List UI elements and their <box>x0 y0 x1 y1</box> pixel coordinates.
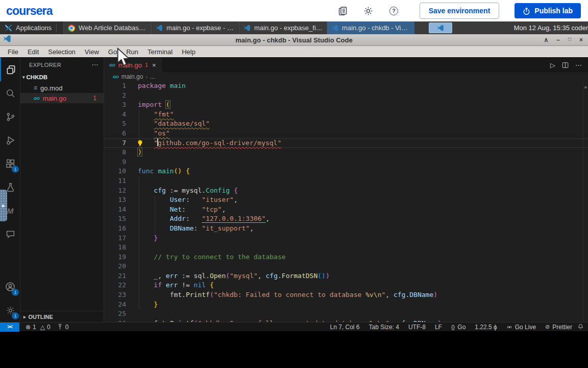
save-environment-button[interactable]: Save environment <box>420 3 500 19</box>
pinned-vscode-button[interactable] <box>429 22 452 33</box>
status-item-tab-size-4[interactable]: Tab Size: 4 <box>369 324 399 331</box>
run-code-icon[interactable]: ▷ <box>550 61 555 69</box>
problems-indicator[interactable]: ⊗ 1 △ 0 <box>26 324 51 331</box>
explorer-icon[interactable] <box>0 58 20 81</box>
code-line-4[interactable]: 4 "fmt" <box>104 110 588 120</box>
code-line-15[interactable]: 15 Addr: "127.0.0.1:3306", <box>104 214 588 224</box>
code-token: () <box>174 167 182 175</box>
more-actions-icon[interactable]: ⋯ <box>575 61 582 69</box>
menu-help[interactable]: Help <box>177 47 200 57</box>
code-token: "database/sql" <box>154 120 210 127</box>
status-item-go[interactable]: {}Go <box>451 324 465 331</box>
menu-view[interactable]: View <box>80 47 104 57</box>
menu-selection[interactable]: Selection <box>43 47 80 57</box>
tab-main-go[interactable]: GO main.go 1 × <box>104 58 162 72</box>
menu-go[interactable]: Go <box>104 47 121 57</box>
maximize-button[interactable]: □ <box>568 37 571 43</box>
taskbar-window-2[interactable]: main.go - expbase_finis... <box>239 21 327 34</box>
warning-icon: △ <box>40 324 45 331</box>
comments-icon[interactable] <box>0 222 20 246</box>
code-line-20[interactable]: 20 <box>104 262 588 271</box>
code-line-14[interactable]: 14 Net: "tcp", <box>104 205 588 215</box>
extensions-icon[interactable]: 1 <box>0 152 20 175</box>
status-item-lf[interactable]: LF <box>435 324 442 331</box>
code-line-19[interactable]: 19 // try to connect to the database <box>104 252 588 262</box>
code-line-23[interactable]: 23 fmt.Printf("chkdb: Failed to connect … <box>104 290 588 300</box>
expand-arrow-icon: ▶ <box>2 203 5 208</box>
status-item-ln-7-col-6[interactable]: Ln 7, Col 6 <box>330 324 360 331</box>
code-line-2[interactable]: 2 <box>104 91 588 101</box>
code-token: ) <box>138 148 142 156</box>
remote-indicator[interactable]: >< <box>0 323 19 332</box>
help-icon[interactable]: ? <box>389 6 399 16</box>
code-line-21[interactable]: 21 _, err := sql.Open("mysql", cfg.Forma… <box>104 271 588 281</box>
menu-file[interactable]: File <box>3 47 23 57</box>
code-line-1[interactable]: 1package main <box>104 81 588 91</box>
code-token: . <box>182 291 186 298</box>
editor-scrollbar[interactable] <box>583 81 588 322</box>
taskbar-window-3[interactable]: main.go - chkdb - Visual... <box>327 21 414 34</box>
code-line-8[interactable]: 8) <box>104 148 588 157</box>
code-line-25[interactable]: 25 <box>104 309 588 319</box>
code-line-9[interactable]: 9 <box>104 157 588 167</box>
menu-terminal[interactable]: Terminal <box>143 47 177 57</box>
file-go-mod[interactable]: ≡ go.mod <box>20 83 104 93</box>
status-item-go-live[interactable]: Go Live <box>506 324 536 331</box>
lab-panel-handle[interactable]: ▶ <box>0 190 7 221</box>
explorer-more-actions[interactable]: ⋯ <box>92 61 99 68</box>
taskbar-grip <box>56 24 59 32</box>
menu-edit[interactable]: Edit <box>23 47 43 57</box>
outline-section[interactable]: ▸ OUTLINE <box>20 311 104 322</box>
code-line-16[interactable]: 16 DBName: "it_support", <box>104 224 588 234</box>
code-line-13[interactable]: 13 User: "ituser", <box>104 195 588 205</box>
close-button[interactable]: × <box>579 37 583 43</box>
code-line-6[interactable]: 6 "os" <box>104 129 588 139</box>
tab-problem-badge: 1 <box>145 62 148 68</box>
problem-count-badge: 1 <box>93 95 96 102</box>
clipboard-icon[interactable] <box>338 6 348 16</box>
status-item-utf-8[interactable]: UTF-8 <box>408 324 426 331</box>
code-line-22[interactable]: 22 if err != nil { <box>104 281 588 290</box>
menu-run[interactable]: Run <box>121 47 143 57</box>
account-icon[interactable]: 1 <box>0 275 20 298</box>
tab-close-icon[interactable]: × <box>152 61 156 69</box>
file-main-go[interactable]: GO main.go 1 <box>20 93 104 103</box>
applications-menu-button[interactable]: Applications <box>0 21 63 34</box>
vscode-titlebar[interactable]: main.go - chkdb - Visual Studio Code ∧ –… <box>0 34 588 46</box>
taskbar-clock[interactable]: Mon 12 Aug, 15:35 coder <box>514 24 588 32</box>
code-line-10[interactable]: 10func main() { <box>104 167 588 176</box>
code-line-7[interactable]: 7 "github.com/go-sql-driver/mysql" <box>104 139 588 148</box>
minimize-button[interactable]: – <box>556 37 560 43</box>
code-line-5[interactable]: 5 "database/sql" <box>104 119 588 129</box>
folder-chkdb[interactable]: ▾ CHKDB <box>20 72 104 83</box>
status-item-1-22-5-[interactable]: 1.22.5 ϕ <box>475 324 497 331</box>
code-token: cfg <box>154 187 165 194</box>
code-token: ( <box>166 101 170 108</box>
code-line-11[interactable]: 11 <box>104 176 588 186</box>
code-line-3[interactable]: 3import ( <box>104 100 588 110</box>
publish-lab-button[interactable]: Publish lab <box>514 3 581 18</box>
gear-icon[interactable] <box>363 6 374 16</box>
source-control-icon[interactable] <box>0 105 20 128</box>
code-token: main <box>158 167 174 175</box>
notifications-bell-icon[interactable] <box>577 324 584 330</box>
settings-gear-icon[interactable]: 1 <box>0 298 20 322</box>
taskbar-window-1[interactable]: main.go - expbase - Vis... <box>151 21 239 34</box>
code-line-12[interactable]: 12 cfg := mysql.Config { <box>104 186 588 196</box>
search-icon[interactable] <box>0 81 20 105</box>
taskbar-window-0[interactable]: Web Article Database - ... <box>63 21 151 34</box>
code-token: import <box>138 101 162 108</box>
status-item-prettier[interactable]: ⊘Prettier <box>545 324 572 331</box>
breadcrumb[interactable]: GO main.go › ... <box>104 72 588 81</box>
code-token <box>138 187 154 194</box>
run-debug-icon[interactable] <box>0 128 20 152</box>
code-token: nil <box>194 281 206 289</box>
split-editor-icon[interactable] <box>562 62 569 68</box>
rollup-button[interactable]: ∧ <box>544 37 548 43</box>
code-line-24[interactable]: 24 } <box>104 300 588 310</box>
code-line-17[interactable]: 17 } <box>104 234 588 243</box>
code-line-18[interactable]: 18 <box>104 243 588 252</box>
ports-indicator[interactable]: 0 <box>57 324 69 331</box>
code-area[interactable]: 1package main23import (4 "fmt"5 "databas… <box>104 81 588 322</box>
line-number: 6 <box>104 129 126 139</box>
